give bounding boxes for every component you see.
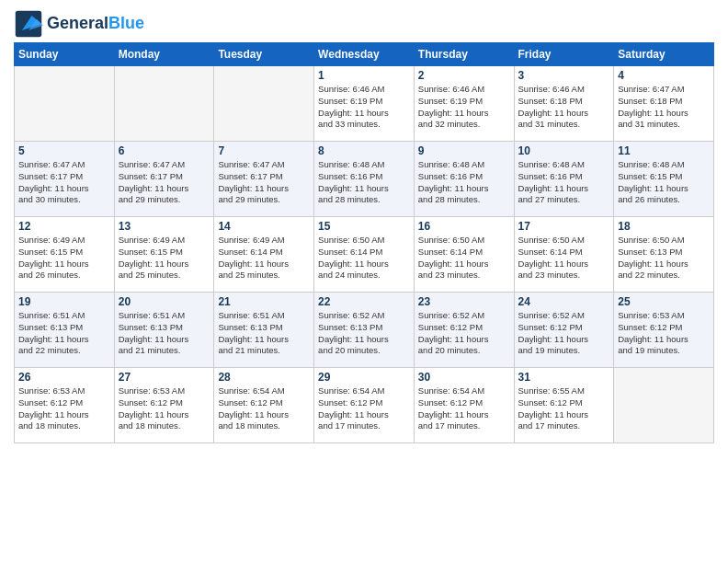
calendar-cell: 1Sunrise: 6:46 AMSunset: 6:19 PMDaylight… — [314, 66, 415, 142]
day-info: Sunrise: 6:52 AMSunset: 6:12 PMDaylight:… — [418, 310, 510, 357]
day-info: Sunrise: 6:46 AMSunset: 6:19 PMDaylight:… — [318, 84, 410, 131]
weekday-header-wednesday: Wednesday — [314, 43, 415, 66]
day-number: 24 — [518, 295, 610, 308]
weekday-header-saturday: Saturday — [614, 43, 714, 66]
calendar-cell: 15Sunrise: 6:50 AMSunset: 6:14 PMDayligh… — [314, 217, 415, 293]
calendar-cell: 7Sunrise: 6:47 AMSunset: 6:17 PMDaylight… — [214, 142, 314, 217]
logo-icon — [14, 9, 43, 39]
calendar-cell — [15, 66, 115, 142]
calendar-cell: 3Sunrise: 6:46 AMSunset: 6:18 PMDaylight… — [514, 66, 614, 142]
day-info: Sunrise: 6:50 AMSunset: 6:14 PMDaylight:… — [318, 235, 410, 282]
day-info: Sunrise: 6:51 AMSunset: 6:13 PMDaylight:… — [18, 310, 110, 357]
day-number: 26 — [18, 371, 110, 384]
day-info: Sunrise: 6:54 AMSunset: 6:12 PMDaylight:… — [318, 385, 410, 432]
day-info: Sunrise: 6:46 AMSunset: 6:19 PMDaylight:… — [418, 84, 510, 131]
day-info: Sunrise: 6:50 AMSunset: 6:14 PMDaylight:… — [418, 235, 510, 282]
day-number: 6 — [119, 144, 210, 157]
day-number: 8 — [318, 144, 410, 157]
day-info: Sunrise: 6:50 AMSunset: 6:14 PMDaylight:… — [518, 235, 610, 282]
day-number: 15 — [318, 220, 410, 233]
calendar-cell — [214, 66, 314, 142]
day-info: Sunrise: 6:55 AMSunset: 6:12 PMDaylight:… — [518, 385, 610, 432]
day-info: Sunrise: 6:47 AMSunset: 6:18 PMDaylight:… — [618, 84, 710, 131]
day-info: Sunrise: 6:48 AMSunset: 6:16 PMDaylight:… — [318, 159, 410, 206]
week-row-5: 26Sunrise: 6:53 AMSunset: 6:12 PMDayligh… — [15, 368, 714, 443]
calendar-cell: 11Sunrise: 6:48 AMSunset: 6:15 PMDayligh… — [614, 142, 714, 217]
calendar-cell: 12Sunrise: 6:49 AMSunset: 6:15 PMDayligh… — [15, 217, 115, 293]
calendar-cell: 21Sunrise: 6:51 AMSunset: 6:13 PMDayligh… — [214, 293, 314, 368]
day-number: 3 — [518, 69, 610, 82]
day-number: 27 — [119, 371, 210, 384]
calendar-cell: 14Sunrise: 6:49 AMSunset: 6:14 PMDayligh… — [214, 217, 314, 293]
day-number: 2 — [418, 69, 510, 82]
weekday-header-friday: Friday — [514, 43, 614, 66]
day-number: 12 — [18, 220, 110, 233]
week-row-2: 5Sunrise: 6:47 AMSunset: 6:17 PMDaylight… — [15, 142, 714, 217]
calendar-cell: 27Sunrise: 6:53 AMSunset: 6:12 PMDayligh… — [114, 368, 214, 443]
day-info: Sunrise: 6:54 AMSunset: 6:12 PMDaylight:… — [418, 385, 510, 432]
day-number: 17 — [518, 220, 610, 233]
day-info: Sunrise: 6:53 AMSunset: 6:12 PMDaylight:… — [618, 310, 710, 357]
calendar-cell: 17Sunrise: 6:50 AMSunset: 6:14 PMDayligh… — [514, 217, 614, 293]
day-info: Sunrise: 6:51 AMSunset: 6:13 PMDaylight:… — [119, 310, 210, 357]
day-number: 16 — [418, 220, 510, 233]
day-info: Sunrise: 6:54 AMSunset: 6:12 PMDaylight:… — [218, 385, 310, 432]
day-info: Sunrise: 6:49 AMSunset: 6:14 PMDaylight:… — [218, 235, 310, 282]
calendar-cell: 28Sunrise: 6:54 AMSunset: 6:12 PMDayligh… — [214, 368, 314, 443]
logo-text: GeneralBlue — [47, 15, 144, 33]
day-info: Sunrise: 6:49 AMSunset: 6:15 PMDaylight:… — [18, 235, 110, 282]
calendar-cell: 2Sunrise: 6:46 AMSunset: 6:19 PMDaylight… — [414, 66, 514, 142]
calendar-cell: 29Sunrise: 6:54 AMSunset: 6:12 PMDayligh… — [314, 368, 415, 443]
day-number: 4 — [618, 69, 710, 82]
day-number: 7 — [218, 144, 310, 157]
day-info: Sunrise: 6:46 AMSunset: 6:18 PMDaylight:… — [518, 84, 610, 131]
day-number: 22 — [318, 295, 410, 308]
calendar-cell: 19Sunrise: 6:51 AMSunset: 6:13 PMDayligh… — [15, 293, 115, 368]
calendar-cell: 26Sunrise: 6:53 AMSunset: 6:12 PMDayligh… — [15, 368, 115, 443]
day-info: Sunrise: 6:52 AMSunset: 6:13 PMDaylight:… — [318, 310, 410, 357]
weekday-header-thursday: Thursday — [414, 43, 514, 66]
day-info: Sunrise: 6:53 AMSunset: 6:12 PMDaylight:… — [18, 385, 110, 432]
day-number: 20 — [119, 295, 210, 308]
weekday-header-sunday: Sunday — [15, 43, 115, 66]
calendar-cell: 30Sunrise: 6:54 AMSunset: 6:12 PMDayligh… — [414, 368, 514, 443]
day-number: 21 — [218, 295, 310, 308]
weekday-header-monday: Monday — [114, 43, 214, 66]
weekday-header-tuesday: Tuesday — [214, 43, 314, 66]
calendar-cell: 4Sunrise: 6:47 AMSunset: 6:18 PMDaylight… — [614, 66, 714, 142]
day-number: 28 — [218, 371, 310, 384]
day-number: 23 — [418, 295, 510, 308]
day-number: 31 — [518, 371, 610, 384]
day-number: 9 — [418, 144, 510, 157]
calendar-cell — [114, 66, 214, 142]
calendar-cell: 18Sunrise: 6:50 AMSunset: 6:13 PMDayligh… — [614, 217, 714, 293]
calendar-cell — [614, 368, 714, 443]
day-info: Sunrise: 6:53 AMSunset: 6:12 PMDaylight:… — [119, 385, 210, 432]
main-container: GeneralBlue SundayMondayTuesdayWednesday… — [0, 0, 728, 453]
day-number: 18 — [618, 220, 710, 233]
day-number: 13 — [119, 220, 210, 233]
day-info: Sunrise: 6:48 AMSunset: 6:15 PMDaylight:… — [618, 159, 710, 206]
day-number: 19 — [18, 295, 110, 308]
week-row-3: 12Sunrise: 6:49 AMSunset: 6:15 PMDayligh… — [15, 217, 714, 293]
weekday-header-row: SundayMondayTuesdayWednesdayThursdayFrid… — [15, 43, 714, 66]
calendar-cell: 22Sunrise: 6:52 AMSunset: 6:13 PMDayligh… — [314, 293, 415, 368]
calendar-cell: 5Sunrise: 6:47 AMSunset: 6:17 PMDaylight… — [15, 142, 115, 217]
calendar-cell: 20Sunrise: 6:51 AMSunset: 6:13 PMDayligh… — [114, 293, 214, 368]
day-number: 14 — [218, 220, 310, 233]
calendar-cell: 24Sunrise: 6:52 AMSunset: 6:12 PMDayligh… — [514, 293, 614, 368]
calendar-cell: 6Sunrise: 6:47 AMSunset: 6:17 PMDaylight… — [114, 142, 214, 217]
calendar-table: SundayMondayTuesdayWednesdayThursdayFrid… — [14, 42, 714, 443]
calendar-cell: 8Sunrise: 6:48 AMSunset: 6:16 PMDaylight… — [314, 142, 415, 217]
day-number: 10 — [518, 144, 610, 157]
calendar-cell: 9Sunrise: 6:48 AMSunset: 6:16 PMDaylight… — [414, 142, 514, 217]
day-number: 5 — [18, 144, 110, 157]
day-number: 25 — [618, 295, 710, 308]
week-row-4: 19Sunrise: 6:51 AMSunset: 6:13 PMDayligh… — [15, 293, 714, 368]
header: GeneralBlue — [14, 9, 714, 39]
day-info: Sunrise: 6:51 AMSunset: 6:13 PMDaylight:… — [218, 310, 310, 357]
day-info: Sunrise: 6:47 AMSunset: 6:17 PMDaylight:… — [218, 159, 310, 206]
day-info: Sunrise: 6:47 AMSunset: 6:17 PMDaylight:… — [18, 159, 110, 206]
day-info: Sunrise: 6:49 AMSunset: 6:15 PMDaylight:… — [119, 235, 210, 282]
logo: GeneralBlue — [14, 9, 144, 39]
